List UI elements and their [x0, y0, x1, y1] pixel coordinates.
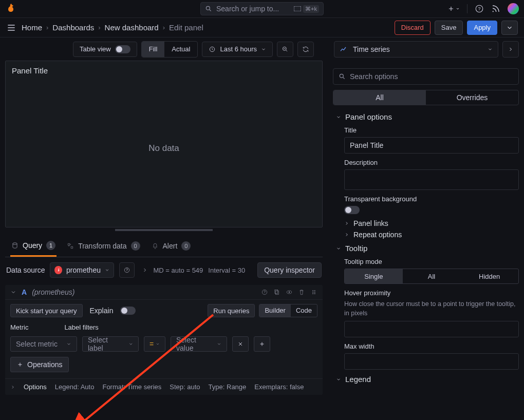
toggle-options-button[interactable]: [501, 21, 518, 35]
global-search-input[interactable]: Search or jump to... ⌘+k: [200, 2, 324, 15]
label-filters-header: Label filters: [64, 323, 98, 331]
code-button[interactable]: Code: [291, 304, 317, 317]
rss-icon: [491, 4, 500, 13]
opt-step: Step: auto: [170, 383, 200, 391]
panel-title: Panel Title: [12, 66, 316, 75]
svg-rect-2: [294, 6, 301, 11]
crumb-home[interactable]: Home: [22, 23, 42, 32]
svg-rect-15: [276, 291, 279, 295]
collapse-button[interactable]: [502, 41, 519, 58]
kbd-hint: ⌘+k: [303, 5, 319, 13]
datasource-picker[interactable]: prometheus: [50, 262, 114, 278]
add-button[interactable]: [447, 5, 460, 12]
query-inspector-button[interactable]: Query inspector: [257, 262, 322, 278]
operations-button[interactable]: Operations: [10, 357, 69, 372]
tab-query-label: Query: [23, 241, 42, 250]
tooltip-mode-segment: Single All Hidden: [344, 269, 519, 284]
builder-button[interactable]: Builder: [259, 304, 290, 317]
operator-picker[interactable]: =: [144, 336, 165, 352]
options-search-input[interactable]: Search options: [333, 68, 519, 85]
select-label-placeholder: Select label: [88, 336, 123, 352]
transparent-toggle[interactable]: [344, 206, 360, 214]
save-button[interactable]: Save: [435, 21, 463, 35]
help-icon[interactable]: ?: [261, 289, 268, 296]
section-tooltip[interactable]: Tooltip: [336, 244, 519, 253]
visualization-picker[interactable]: Time series: [334, 41, 498, 58]
copy-icon[interactable]: [273, 289, 280, 296]
crumb-new-dashboard[interactable]: New dashboard: [105, 23, 159, 32]
search-icon: [205, 5, 212, 12]
operations-label: Operations: [27, 360, 62, 369]
options-label[interactable]: Options: [24, 383, 47, 391]
grafana-logo-icon[interactable]: [5, 3, 17, 15]
plus-icon: [259, 341, 265, 347]
mode-hidden-button[interactable]: Hidden: [460, 269, 518, 283]
datasource-help-button[interactable]: ?: [119, 262, 135, 278]
hamburger-icon: [6, 23, 16, 33]
chevron-down-icon: [105, 268, 109, 273]
news-button[interactable]: [491, 4, 500, 13]
tab-overrides[interactable]: Overrides: [426, 90, 518, 105]
tab-transform-label: Transform data: [78, 242, 126, 250]
apply-button[interactable]: Apply: [467, 21, 497, 35]
chevron-right-icon[interactable]: [10, 385, 15, 390]
title-input[interactable]: Panel Title: [344, 137, 519, 154]
description-input[interactable]: [344, 169, 519, 190]
help-button[interactable]: ?: [475, 4, 484, 13]
tab-transform[interactable]: Transform data 0: [66, 237, 141, 257]
add-filter-button[interactable]: [254, 336, 270, 352]
trash-icon[interactable]: [298, 289, 305, 296]
chevron-down-icon: [336, 114, 341, 120]
user-avatar[interactable]: [508, 3, 519, 14]
resize-handle[interactable]: [5, 227, 323, 233]
tab-alert[interactable]: Alert 0: [151, 237, 192, 257]
tab-alert-count: 0: [181, 241, 191, 251]
select-value-picker[interactable]: Select value: [171, 336, 227, 352]
fill-button[interactable]: Fill: [142, 42, 165, 57]
hover-prox-input[interactable]: [344, 321, 519, 337]
table-view-toggle[interactable]: Table view: [73, 42, 137, 57]
max-width-input[interactable]: [344, 353, 519, 370]
transparent-label: Transparent background: [344, 195, 519, 203]
section-legend[interactable]: Legend: [336, 375, 519, 384]
run-queries-button[interactable]: Run queries: [208, 304, 255, 317]
panel-links-section[interactable]: Panel links: [344, 219, 519, 227]
chevron-down-icon: [336, 246, 341, 251]
time-range-picker[interactable]: Last 6 hours: [202, 42, 273, 57]
help-icon: ?: [475, 4, 484, 13]
select-metric-picker[interactable]: Select metric: [10, 336, 77, 352]
visualization-label: Time series: [353, 45, 482, 53]
tab-all[interactable]: All: [333, 90, 426, 105]
switch-icon: [115, 45, 130, 53]
chevron-right-icon: ›: [98, 24, 100, 31]
svg-point-26: [340, 74, 343, 78]
meta-interval: Interval = 30: [208, 266, 245, 274]
svg-rect-16: [275, 290, 278, 293]
drag-icon[interactable]: [310, 289, 317, 296]
kick-start-button[interactable]: Kick start your query: [10, 304, 83, 317]
clock-icon: [209, 46, 216, 53]
refresh-button[interactable]: [297, 42, 314, 57]
actual-button[interactable]: Actual: [164, 42, 197, 57]
tab-alert-label: Alert: [163, 242, 178, 250]
select-label-picker[interactable]: Select label: [82, 336, 139, 352]
eye-icon[interactable]: [286, 289, 293, 296]
menu-toggle[interactable]: [6, 23, 16, 33]
explain-toggle[interactable]: [120, 307, 136, 315]
section-panel-options[interactable]: Panel options: [336, 112, 519, 121]
datasource-label: Data source: [6, 266, 45, 274]
search-icon: [339, 73, 346, 80]
chevron-right-icon[interactable]: [142, 267, 148, 273]
svg-point-22: [314, 292, 315, 293]
chevron-down-icon: [217, 341, 221, 347]
zoom-out-button[interactable]: [277, 42, 293, 57]
repeat-options-section[interactable]: Repeat options: [344, 231, 519, 239]
remove-filter-button[interactable]: [232, 336, 249, 352]
chevron-down-icon[interactable]: [10, 289, 16, 295]
mode-single-button[interactable]: Single: [345, 269, 403, 283]
mode-all-button[interactable]: All: [403, 269, 461, 283]
chevron-down-icon: [336, 377, 341, 382]
tab-query[interactable]: Query 1: [10, 237, 57, 257]
discard-button[interactable]: Discard: [395, 21, 431, 35]
crumb-dashboards[interactable]: Dashboards: [52, 23, 94, 32]
